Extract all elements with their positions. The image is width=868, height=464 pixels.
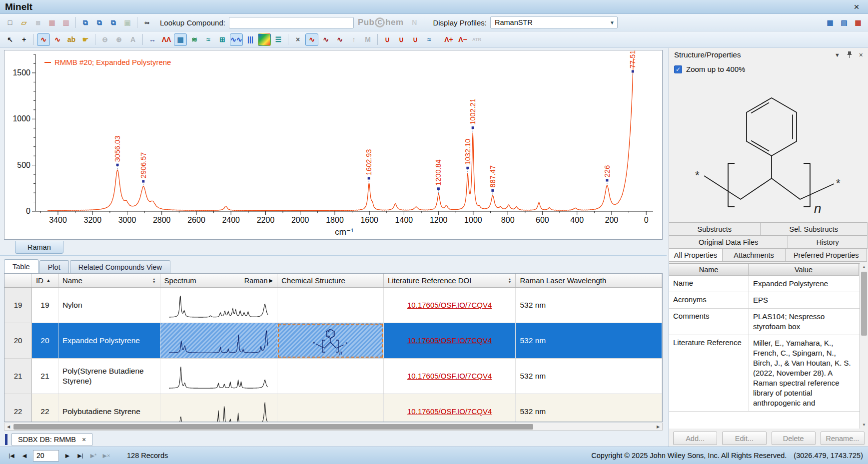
tab-database[interactable]: SDBX DB: RMMB × (11, 433, 92, 446)
scroll-right-icon[interactable]: ▶ (654, 423, 662, 430)
doi-link[interactable]: 10.17605/OSF.IO/7CQV4 (407, 371, 492, 381)
axes-ticks-tool-icon[interactable]: ⊞ (216, 33, 229, 46)
property-value-cell[interactable]: PLAS104; Nespresso styrofoam box (749, 309, 860, 335)
baseline-fit-tool-icon[interactable]: ∪ (409, 33, 422, 46)
tab-related-compounds-view[interactable]: Related Compounds View (70, 260, 170, 273)
merge-tool-icon[interactable]: M (361, 33, 374, 46)
new-file-icon[interactable]: □ (3, 16, 16, 29)
spectrum-overlay-tool-icon[interactable]: ∿ (319, 33, 332, 46)
zoom-checkbox[interactable]: ✓ (674, 65, 682, 73)
next-record-button[interactable]: ▶ (61, 450, 73, 462)
first-record-button[interactable]: |◀ (5, 450, 17, 462)
add-peak-tool-icon[interactable]: Λ+ (442, 33, 455, 46)
tab-preferred-properties[interactable]: Preferred Properties (785, 248, 867, 262)
table-view-icon[interactable]: ▦ (824, 16, 837, 29)
table-horizontal-scrollbar[interactable]: ◀ ▶ (4, 423, 663, 431)
chemical-structure-cell[interactable]: n * * (277, 323, 384, 358)
record-number-input[interactable] (33, 450, 59, 462)
tab-substructs[interactable]: Substructs (669, 222, 761, 236)
edit-button[interactable]: Edit... (722, 432, 766, 445)
bars-view-tool-icon[interactable]: ||| (244, 33, 257, 46)
pan-hand-tool-icon[interactable]: ☛ (79, 33, 92, 46)
paste-icon[interactable]: ▣ (121, 16, 134, 29)
autoscale-tool-icon[interactable]: A (126, 33, 139, 46)
table-row[interactable]: 2121Poly(Styrene Butadiene Styrene)10.17… (4, 359, 662, 394)
overlay-view-tool-icon[interactable]: ≈ (202, 33, 215, 46)
column-header-structure[interactable]: Chemical Structure (277, 274, 384, 287)
pointer-tool-icon[interactable]: ↖ (3, 33, 16, 46)
doi-link[interactable]: 10.17605/OSF.IO/7CQV4 (407, 407, 492, 417)
window-close-button[interactable]: × (850, 1, 863, 12)
new-record-button[interactable]: ▶* (87, 450, 99, 462)
save-file-icon[interactable]: ⧈ (31, 16, 44, 29)
zoom-spectrum-tool-icon[interactable]: ∿ (37, 33, 50, 46)
raman-spectrum-plot[interactable]: 3400320030002800260024002200200018001600… (4, 50, 662, 239)
colormap-view-tool-icon[interactable] (258, 33, 271, 46)
sort-toggle-icon[interactable]: ▲▼ (152, 278, 156, 284)
tab-original-data-files[interactable]: Original Data Files (669, 235, 788, 249)
remove-peak-tool-icon[interactable]: Λ− (456, 33, 469, 46)
full-range-tool-icon[interactable]: ↔ (146, 33, 159, 46)
last-record-button[interactable]: ▶| (74, 450, 86, 462)
delete-record-button[interactable]: ▶× (100, 450, 112, 462)
chemical-structure-cell[interactable] (277, 359, 384, 394)
compare-view-tool-icon[interactable]: ∿∿ (230, 33, 243, 46)
show-spectrum-tool-icon[interactable]: ∿ (305, 33, 318, 46)
peak-picking-tool-icon[interactable]: ΛΛ (160, 33, 173, 46)
table-row[interactable]: 1919Nylon10.17605/OSF.IO/7CQV4532 nm (4, 288, 662, 323)
export-report-icon[interactable]: ▥ (59, 16, 72, 29)
column-header-name[interactable]: Name▲▼ (58, 274, 160, 287)
spectrum-thumbnail-cell[interactable] (160, 394, 278, 422)
spectrum-stack-tool-icon[interactable]: ∿ (333, 33, 346, 46)
sort-ascending-icon[interactable]: ▲ (46, 278, 51, 283)
peak-label-tool-icon[interactable]: ∿ (51, 33, 64, 46)
stack-view-tool-icon[interactable]: ≋ (188, 33, 201, 46)
scroll-up-icon[interactable]: ▲ (860, 263, 868, 271)
open-file-icon[interactable]: ▱ (17, 16, 30, 29)
tab-table[interactable]: Table (4, 259, 38, 273)
records-view-icon[interactable]: ▤ (838, 16, 851, 29)
text-label-tool-icon[interactable]: ab (65, 33, 78, 46)
zoom-out-tool-icon[interactable]: ⊖ (98, 33, 111, 46)
tab-attachments[interactable]: Attachments (722, 248, 786, 262)
property-value-cell[interactable]: Expanded Polystyrene (749, 276, 860, 292)
zoom-in-tool-icon[interactable]: ⊕ (112, 33, 125, 46)
chemical-structure-cell[interactable] (277, 394, 384, 422)
copy-with-format-icon[interactable]: ⧉ (93, 16, 106, 29)
row-number-cell[interactable]: 20 (4, 323, 32, 358)
column-header-spectrum[interactable]: SpectrumRaman▶ (160, 274, 278, 287)
pin-icon[interactable] (847, 51, 853, 58)
scroll-left-icon[interactable]: ◀ (4, 423, 12, 430)
chemical-structure-cell[interactable] (277, 288, 384, 323)
export-table-icon[interactable]: ▦ (45, 16, 58, 29)
doi-link[interactable]: 10.17605/OSF.IO/7CQV4 (407, 300, 492, 310)
spectrum-thumbnail-cell[interactable] (160, 323, 278, 358)
crosshair-tool-icon[interactable]: + (17, 33, 30, 46)
property-value-cell[interactable]: Miller, E., Yamahara, K., French, C., Sp… (749, 335, 860, 412)
tab-raman[interactable]: Raman (15, 241, 63, 254)
row-number-cell[interactable]: 19 (4, 288, 32, 323)
add-button[interactable]: Add... (673, 432, 717, 445)
property-row[interactable]: NameExpanded Polystyrene (669, 276, 860, 292)
lookup-source-icon[interactable]: N (408, 16, 421, 29)
table-row[interactable]: 2222Polybutadiene Styrene10.17605/OSF.IO… (4, 394, 662, 422)
scrollbar-thumb[interactable] (13, 424, 533, 430)
row-number-cell[interactable]: 21 (4, 359, 32, 394)
property-value-cell[interactable]: EPS (749, 292, 860, 309)
multicurve-view-tool-icon[interactable]: ☰ (272, 33, 285, 46)
table-row[interactable]: 2020Expanded Polystyrene n * * 10.17605/… (4, 323, 662, 359)
scroll-down-icon[interactable]: ▼ (860, 421, 868, 429)
spectrum-thumbnail-cell[interactable] (160, 359, 278, 394)
atr-correction-tool-icon[interactable]: ATR (470, 33, 483, 46)
doi-link[interactable]: 10.17605/OSF.IO/7CQV4 (407, 336, 492, 346)
column-header-id[interactable]: ID▲ (32, 274, 58, 287)
property-row[interactable]: Literature ReferenceMiller, E., Yamahara… (669, 335, 860, 412)
remove-spectrum-tool-icon[interactable]: × (291, 33, 304, 46)
property-row[interactable]: CommentsPLAS104; Nespresso styrofoam box (669, 309, 860, 335)
delete-button[interactable]: Delete (772, 432, 816, 445)
tab-plot[interactable]: Plot (39, 260, 69, 273)
lookup-compound-input[interactable] (229, 17, 354, 28)
panel-close-icon[interactable]: × (859, 51, 863, 59)
copy-icon[interactable]: ⧉ (79, 16, 92, 29)
design-view-icon[interactable]: ▦ (852, 16, 865, 29)
